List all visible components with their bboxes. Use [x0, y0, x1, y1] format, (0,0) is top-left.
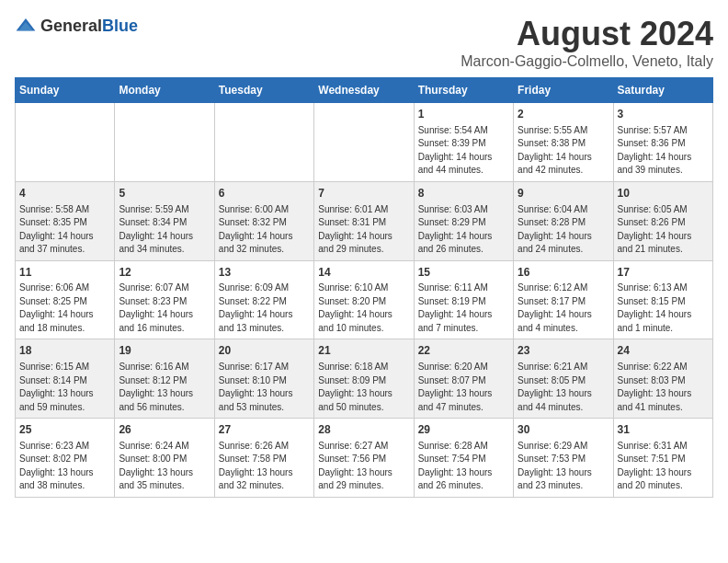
main-title: August 2024: [461, 15, 713, 53]
calendar-cell: 18Sunrise: 6:15 AM Sunset: 8:14 PM Dayli…: [16, 339, 115, 419]
day-number: 2: [518, 107, 609, 122]
week-row-1: 1Sunrise: 5:54 AM Sunset: 8:39 PM Daylig…: [16, 103, 713, 182]
cell-info: Sunrise: 6:18 AM Sunset: 8:09 PM Dayligh…: [318, 361, 409, 414]
subtitle: Marcon-Gaggio-Colmello, Veneto, Italy: [461, 53, 713, 70]
cell-info: Sunrise: 6:22 AM Sunset: 8:03 PM Dayligh…: [618, 361, 709, 414]
calendar-cell: [115, 103, 214, 182]
cell-info: Sunrise: 6:17 AM Sunset: 8:10 PM Dayligh…: [219, 361, 310, 414]
page-header: GeneralBlue August 2024 Marcon-Gaggio-Co…: [15, 15, 713, 70]
title-block: August 2024 Marcon-Gaggio-Colmello, Vene…: [461, 15, 713, 70]
calendar-header-row: SundayMondayTuesdayWednesdayThursdayFrid…: [16, 78, 713, 103]
cell-info: Sunrise: 6:29 AM Sunset: 7:53 PM Dayligh…: [518, 440, 609, 493]
cell-info: Sunrise: 6:10 AM Sunset: 8:20 PM Dayligh…: [318, 282, 409, 335]
calendar-cell: 27Sunrise: 6:26 AM Sunset: 7:58 PM Dayli…: [214, 419, 313, 498]
cell-info: Sunrise: 5:57 AM Sunset: 8:36 PM Dayligh…: [618, 124, 709, 178]
cell-info: Sunrise: 6:27 AM Sunset: 7:56 PM Dayligh…: [318, 440, 409, 493]
day-number: 11: [19, 265, 110, 281]
week-row-5: 25Sunrise: 6:23 AM Sunset: 8:02 PM Dayli…: [16, 419, 713, 498]
cell-info: Sunrise: 6:26 AM Sunset: 7:58 PM Dayligh…: [219, 440, 310, 493]
column-header-saturday: Saturday: [613, 78, 712, 103]
calendar-cell: 14Sunrise: 6:10 AM Sunset: 8:20 PM Dayli…: [314, 260, 414, 339]
logo-blue: Blue: [102, 17, 138, 35]
calendar-cell: 28Sunrise: 6:27 AM Sunset: 7:56 PM Dayli…: [314, 419, 414, 498]
cell-info: Sunrise: 6:12 AM Sunset: 8:17 PM Dayligh…: [518, 282, 609, 335]
cell-info: Sunrise: 5:59 AM Sunset: 8:34 PM Dayligh…: [119, 203, 210, 257]
cell-info: Sunrise: 6:01 AM Sunset: 8:31 PM Dayligh…: [318, 203, 409, 257]
calendar-cell: 6Sunrise: 6:00 AM Sunset: 8:32 PM Daylig…: [214, 181, 313, 260]
cell-info: Sunrise: 6:21 AM Sunset: 8:05 PM Dayligh…: [518, 361, 609, 414]
cell-info: Sunrise: 6:16 AM Sunset: 8:12 PM Dayligh…: [119, 361, 210, 414]
day-number: 3: [618, 107, 709, 122]
day-number: 25: [19, 422, 110, 438]
cell-info: Sunrise: 6:03 AM Sunset: 8:29 PM Dayligh…: [418, 203, 509, 257]
day-number: 10: [618, 186, 709, 201]
calendar-cell: 4Sunrise: 5:58 AM Sunset: 8:35 PM Daylig…: [16, 181, 115, 260]
calendar-cell: 8Sunrise: 6:03 AM Sunset: 8:29 PM Daylig…: [414, 181, 513, 260]
day-number: 31: [618, 422, 709, 438]
cell-info: Sunrise: 5:58 AM Sunset: 8:35 PM Dayligh…: [19, 203, 110, 257]
week-row-4: 18Sunrise: 6:15 AM Sunset: 8:14 PM Dayli…: [16, 339, 713, 419]
week-row-3: 11Sunrise: 6:06 AM Sunset: 8:25 PM Dayli…: [16, 260, 713, 339]
day-number: 13: [219, 265, 310, 281]
logo-icon: [15, 15, 37, 37]
day-number: 22: [418, 343, 509, 359]
day-number: 7: [318, 186, 409, 201]
day-number: 6: [219, 186, 310, 201]
calendar-cell: 20Sunrise: 6:17 AM Sunset: 8:10 PM Dayli…: [214, 339, 313, 419]
calendar-cell: 29Sunrise: 6:28 AM Sunset: 7:54 PM Dayli…: [414, 419, 513, 498]
day-number: 18: [19, 343, 110, 359]
cell-info: Sunrise: 6:28 AM Sunset: 7:54 PM Dayligh…: [418, 440, 509, 493]
day-number: 8: [418, 186, 509, 201]
day-number: 29: [418, 422, 509, 438]
calendar-cell: 25Sunrise: 6:23 AM Sunset: 8:02 PM Dayli…: [16, 419, 115, 498]
calendar-cell: 2Sunrise: 5:55 AM Sunset: 8:38 PM Daylig…: [514, 103, 613, 182]
calendar-cell: 13Sunrise: 6:09 AM Sunset: 8:22 PM Dayli…: [214, 260, 313, 339]
calendar-cell: [314, 103, 414, 182]
cell-info: Sunrise: 6:15 AM Sunset: 8:14 PM Dayligh…: [19, 361, 110, 414]
cell-info: Sunrise: 5:55 AM Sunset: 8:38 PM Dayligh…: [518, 124, 609, 178]
cell-info: Sunrise: 6:07 AM Sunset: 8:23 PM Dayligh…: [119, 282, 210, 335]
day-number: 21: [318, 343, 409, 359]
calendar-cell: 22Sunrise: 6:20 AM Sunset: 8:07 PM Dayli…: [414, 339, 513, 419]
calendar-cell: 23Sunrise: 6:21 AM Sunset: 8:05 PM Dayli…: [514, 339, 613, 419]
calendar-cell: 17Sunrise: 6:13 AM Sunset: 8:15 PM Dayli…: [613, 260, 712, 339]
column-header-wednesday: Wednesday: [314, 78, 414, 103]
calendar-cell: 9Sunrise: 6:04 AM Sunset: 8:28 PM Daylig…: [514, 181, 613, 260]
calendar-table: SundayMondayTuesdayWednesdayThursdayFrid…: [15, 77, 713, 498]
calendar-cell: 3Sunrise: 5:57 AM Sunset: 8:36 PM Daylig…: [613, 103, 712, 182]
calendar-cell: 31Sunrise: 6:31 AM Sunset: 7:51 PM Dayli…: [613, 419, 712, 498]
calendar-cell: 12Sunrise: 6:07 AM Sunset: 8:23 PM Dayli…: [115, 260, 214, 339]
calendar-cell: 19Sunrise: 6:16 AM Sunset: 8:12 PM Dayli…: [115, 339, 214, 419]
calendar-cell: 10Sunrise: 6:05 AM Sunset: 8:26 PM Dayli…: [613, 181, 712, 260]
column-header-monday: Monday: [115, 78, 214, 103]
day-number: 28: [318, 422, 409, 438]
cell-info: Sunrise: 6:05 AM Sunset: 8:26 PM Dayligh…: [618, 203, 709, 257]
calendar-cell: 21Sunrise: 6:18 AM Sunset: 8:09 PM Dayli…: [314, 339, 414, 419]
calendar-cell: 5Sunrise: 5:59 AM Sunset: 8:34 PM Daylig…: [115, 181, 214, 260]
calendar-cell: 15Sunrise: 6:11 AM Sunset: 8:19 PM Dayli…: [414, 260, 513, 339]
day-number: 30: [518, 422, 609, 438]
day-number: 12: [119, 265, 210, 281]
day-number: 5: [119, 186, 210, 201]
cell-info: Sunrise: 6:09 AM Sunset: 8:22 PM Dayligh…: [219, 282, 310, 335]
column-header-friday: Friday: [514, 78, 613, 103]
calendar-cell: [214, 103, 313, 182]
cell-info: Sunrise: 6:13 AM Sunset: 8:15 PM Dayligh…: [618, 282, 709, 335]
cell-info: Sunrise: 6:00 AM Sunset: 8:32 PM Dayligh…: [219, 203, 310, 257]
day-number: 17: [618, 265, 709, 281]
day-number: 20: [219, 343, 310, 359]
calendar-cell: 11Sunrise: 6:06 AM Sunset: 8:25 PM Dayli…: [16, 260, 115, 339]
day-number: 15: [418, 265, 509, 281]
calendar-cell: [16, 103, 115, 182]
day-number: 9: [518, 186, 609, 201]
calendar-cell: 24Sunrise: 6:22 AM Sunset: 8:03 PM Dayli…: [613, 339, 712, 419]
calendar-cell: 30Sunrise: 6:29 AM Sunset: 7:53 PM Dayli…: [514, 419, 613, 498]
day-number: 26: [119, 422, 210, 438]
column-header-tuesday: Tuesday: [214, 78, 313, 103]
day-number: 23: [518, 343, 609, 359]
calendar-cell: 1Sunrise: 5:54 AM Sunset: 8:39 PM Daylig…: [414, 103, 513, 182]
day-number: 24: [618, 343, 709, 359]
day-number: 27: [219, 422, 310, 438]
day-number: 14: [318, 265, 409, 281]
day-number: 19: [119, 343, 210, 359]
